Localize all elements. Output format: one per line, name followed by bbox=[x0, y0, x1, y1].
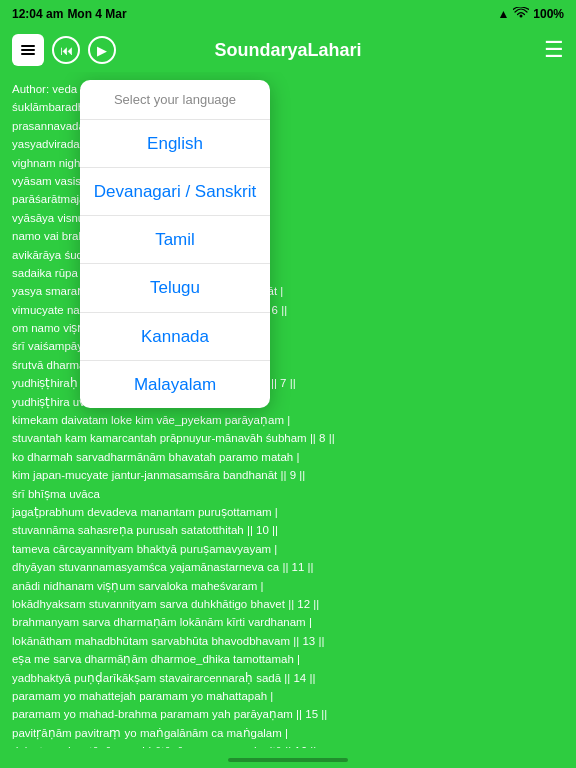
home-indicator bbox=[228, 758, 348, 762]
main-content: Author: veda v śuklāmbaradha prasannavad… bbox=[0, 72, 576, 748]
status-left: 12:04 am Mon 4 Mar bbox=[12, 7, 127, 21]
status-bar: 12:04 am Mon 4 Mar ▲ 100% bbox=[0, 0, 576, 28]
svg-rect-2 bbox=[21, 53, 35, 55]
hamburger-button[interactable]: ☰ bbox=[544, 37, 564, 63]
rewind-button[interactable]: ⏮ bbox=[52, 36, 80, 64]
date: Mon 4 Mar bbox=[67, 7, 126, 21]
nav-bar: ⏮ ▶ SoundaryaLahari ☰ bbox=[0, 28, 576, 72]
rewind-icon: ⏮ bbox=[60, 43, 73, 58]
lang-english[interactable]: English bbox=[80, 119, 270, 167]
status-right: ▲ 100% bbox=[497, 7, 564, 22]
play-icon: ▶ bbox=[97, 43, 107, 58]
page-title: SoundaryaLahari bbox=[214, 40, 361, 61]
lang-telugu[interactable]: Telugu bbox=[80, 263, 270, 311]
hamburger-icon: ☰ bbox=[544, 37, 564, 62]
settings-toggle[interactable] bbox=[12, 34, 44, 66]
svg-rect-1 bbox=[21, 49, 35, 51]
lang-kannada[interactable]: Kannada bbox=[80, 312, 270, 360]
svg-rect-0 bbox=[21, 45, 35, 47]
lang-tamil[interactable]: Tamil bbox=[80, 215, 270, 263]
play-button[interactable]: ▶ bbox=[88, 36, 116, 64]
signal-icon: ▲ bbox=[497, 7, 509, 21]
time: 12:04 am bbox=[12, 7, 63, 21]
picker-title: Select your language bbox=[80, 80, 270, 119]
lang-malayalam[interactable]: Malayalam bbox=[80, 360, 270, 408]
battery: 100% bbox=[533, 7, 564, 21]
language-picker: Select your language English Devanagari … bbox=[80, 80, 270, 408]
nav-left: ⏮ ▶ bbox=[12, 34, 116, 66]
lang-devanagari[interactable]: Devanagari / Sanskrit bbox=[80, 167, 270, 215]
wifi-icon bbox=[513, 7, 529, 22]
